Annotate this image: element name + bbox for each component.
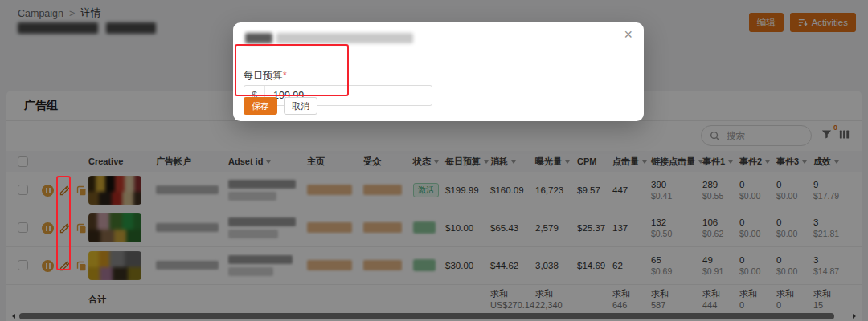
save-button[interactable]: 保存 xyxy=(244,97,277,115)
edit-budget-modal: × 每日预算* $ 保存 取消 xyxy=(233,22,644,121)
app-window: Campaign > 详情 编辑 Activities 广告组 xyxy=(0,0,868,321)
close-icon[interactable]: × xyxy=(624,27,633,42)
cancel-button[interactable]: 取消 xyxy=(284,97,317,115)
modal-title-redacted xyxy=(245,33,413,43)
required-mark: * xyxy=(283,70,287,81)
daily-budget-label: 每日预算* xyxy=(244,69,287,83)
